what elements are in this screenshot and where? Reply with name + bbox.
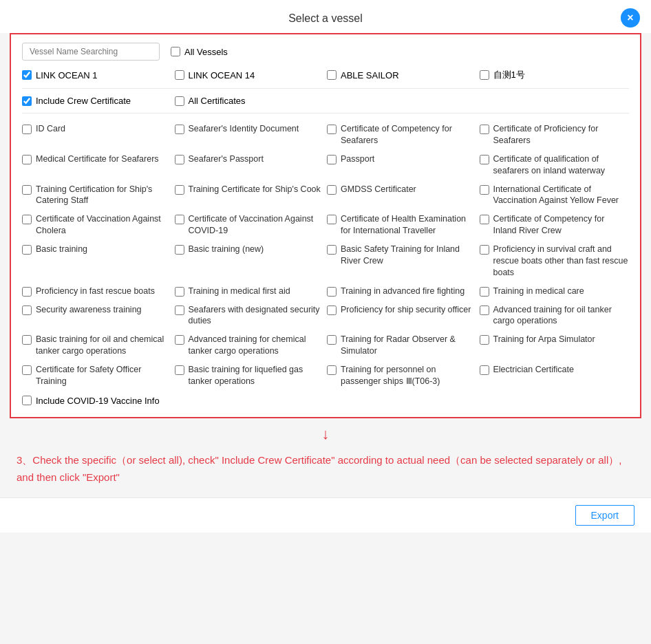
close-button[interactable]: × [621, 8, 640, 28]
cert-label-proficiency-fast-rescue[interactable]: Proficiency in fast rescue boats [36, 286, 155, 297]
cert-label-security-awareness[interactable]: Security awareness training [36, 304, 142, 316]
cert-checkbox-id-card[interactable] [22, 125, 32, 134]
cert-label-proficiency-survival[interactable]: Proficiency in survival craft and rescue… [493, 244, 630, 279]
cert-checkbox-basic-liquefied-gas[interactable] [175, 365, 184, 375]
cert-label-proficiency-ship-security[interactable]: Proficiency for ship security officer [341, 304, 471, 316]
cert-item: Certificate of Competency for Inland Riv… [480, 213, 630, 237]
cert-label-intl-vaccination-yellow[interactable]: International Certificate of Vaccination… [493, 184, 630, 207]
cert-checkbox-cert-vaccination-covid[interactable] [175, 215, 184, 224]
vessel-link-ocean-14-checkbox[interactable] [175, 70, 184, 80]
cert-label-passport[interactable]: Passport [341, 153, 374, 165]
cert-checkbox-training-cook[interactable] [175, 185, 184, 195]
modal-body: All Vessels LINK OCEAN 1 LINK OCEAN 14 A… [10, 33, 641, 418]
cert-label-seafarers-passport[interactable]: Seafarer's Passport [189, 153, 264, 165]
vessel-link-ocean-1-checkbox[interactable] [22, 70, 32, 80]
include-crew-item: Include Crew Certificate [22, 96, 172, 106]
cert-checkbox-gmdss[interactable] [327, 185, 337, 195]
cert-label-cert-proficiency[interactable]: Certificate of Proficiency for Seafarers [493, 123, 630, 147]
cert-checkbox-training-medical-care[interactable] [480, 287, 489, 297]
vessel-zice1-label[interactable]: 自测1号 [493, 69, 525, 81]
cert-checkbox-seafarers-identity[interactable] [175, 125, 184, 134]
cert-checkbox-training-passenger-ships[interactable] [327, 365, 337, 375]
vessel-able-sailor-label[interactable]: ABLE SAILOR [341, 70, 399, 80]
cert-checkbox-intl-vaccination-yellow[interactable] [480, 185, 489, 195]
cert-label-cert-safety-officer[interactable]: Certificate for Safety Officer Training [36, 364, 172, 387]
cert-label-training-medical-first-aid[interactable]: Training in medical first aid [189, 286, 290, 297]
cert-label-id-card[interactable]: ID Card [36, 123, 65, 135]
cert-checkbox-adv-chemical-tanker[interactable] [175, 335, 184, 345]
cert-checkbox-electrician-cert[interactable] [480, 365, 489, 375]
all-certificates-checkbox[interactable] [175, 96, 184, 106]
cert-label-gmdss[interactable]: GMDSS Certificater [341, 184, 416, 195]
cert-label-cert-vaccination-covid[interactable]: Certificate of Vaccination Against COVID… [189, 213, 325, 237]
export-button[interactable]: Export [575, 505, 634, 526]
cert-checkbox-training-catering[interactable] [22, 185, 32, 195]
cert-checkbox-cert-competency-inland[interactable] [480, 215, 489, 224]
cert-label-medical-cert[interactable]: Medical Certificate for Seafarers [36, 153, 159, 165]
cert-checkbox-training-medical-first-aid[interactable] [175, 287, 184, 297]
cert-label-training-adv-fire[interactable]: Training in advanced fire fighting [341, 286, 465, 297]
cert-item: Training in medical care [480, 286, 630, 297]
cert-checkbox-cert-health-exam[interactable] [327, 215, 337, 224]
cert-checkbox-passport[interactable] [327, 155, 337, 164]
all-certificates-label[interactable]: All Certificates [189, 96, 246, 106]
cert-label-cert-competency-inland[interactable]: Certificate of Competency for Inland Riv… [493, 213, 630, 237]
cert-checkbox-cert-proficiency[interactable] [480, 125, 489, 134]
cert-item: Certificate of Vaccination Against Chole… [22, 213, 172, 237]
cert-label-basic-safety-inland[interactable]: Basic Safety Training for Inland River C… [341, 244, 477, 267]
cert-checkbox-proficiency-survival[interactable] [480, 245, 489, 255]
vessel-zice1-checkbox[interactable] [480, 70, 489, 80]
cert-checkbox-basic-oil-chemical[interactable] [22, 335, 32, 345]
search-input[interactable] [22, 43, 160, 61]
cert-label-cert-competency[interactable]: Certificate of Competency for Seafarers [341, 123, 477, 147]
cert-label-cert-health-exam[interactable]: Certificate of Health Examination for In… [341, 213, 477, 237]
covid-vaccine-checkbox[interactable] [22, 396, 32, 405]
cert-label-basic-oil-chemical[interactable]: Basic training for oil and chemical tank… [36, 334, 172, 357]
cert-label-seafarers-identity[interactable]: Seafarer's Identity Document [189, 123, 299, 135]
cert-label-adv-oil-tanker[interactable]: Advanced training for oil tanker cargo o… [493, 304, 630, 328]
cert-label-electrician-cert[interactable]: Electrician Certificate [493, 364, 574, 376]
cert-label-training-radar[interactable]: Training for Radar Observer & Simulator [341, 334, 477, 357]
cert-checkbox-medical-cert[interactable] [22, 155, 32, 164]
include-crew-label[interactable]: Include Crew Certificate [36, 96, 131, 106]
cert-label-seafarers-designated[interactable]: Seafarers with designated security dutie… [189, 304, 325, 328]
vessel-link-ocean-1-label[interactable]: LINK OCEAN 1 [36, 70, 98, 80]
cert-item: Training for Radar Observer & Simulator [327, 334, 477, 357]
covid-vaccine-label[interactable]: Include COVID-19 Vaccine Info [36, 396, 160, 406]
cert-checkbox-adv-oil-tanker[interactable] [480, 305, 489, 315]
cert-item: International Certificate of Vaccination… [480, 184, 630, 207]
cert-label-training-arpa[interactable]: Training for Arpa Simulator [493, 334, 595, 345]
cert-checkbox-cert-vaccination-cholera[interactable] [22, 215, 32, 224]
include-crew-checkbox[interactable] [22, 96, 32, 106]
cert-label-adv-chemical-tanker[interactable]: Advanced training for chemical tanker ca… [189, 334, 325, 357]
cert-label-training-catering[interactable]: Training Certification for Ship's Cateri… [36, 184, 172, 207]
cert-label-cert-qualification[interactable]: Certificate of qualification of seafarer… [493, 153, 630, 177]
cert-checkbox-training-radar[interactable] [327, 335, 337, 345]
vessel-able-sailor-checkbox[interactable] [327, 70, 337, 80]
cert-checkbox-proficiency-fast-rescue[interactable] [22, 287, 32, 297]
cert-checkbox-basic-safety-inland[interactable] [327, 245, 337, 255]
cert-checkbox-training-arpa[interactable] [480, 335, 489, 345]
cert-checkbox-proficiency-ship-security[interactable] [327, 305, 337, 315]
cert-label-basic-training[interactable]: Basic training [36, 244, 87, 255]
cert-checkbox-seafarers-designated[interactable] [175, 305, 184, 315]
all-vessels-checkbox[interactable] [171, 47, 180, 56]
cert-checkbox-cert-safety-officer[interactable] [22, 365, 32, 375]
vessel-link-ocean-14-label[interactable]: LINK OCEAN 14 [189, 70, 255, 80]
cert-checkbox-cert-competency[interactable] [327, 125, 337, 134]
cert-label-training-medical-care[interactable]: Training in medical care [493, 286, 584, 297]
cert-checkbox-security-awareness[interactable] [22, 305, 32, 315]
cert-checkbox-training-adv-fire[interactable] [327, 287, 337, 297]
cert-item: GMDSS Certificater [327, 184, 477, 207]
cert-label-basic-liquefied-gas[interactable]: Basic training for liquefied gas tanker … [189, 364, 325, 387]
cert-item: Training in advanced fire fighting [327, 286, 477, 297]
cert-checkbox-cert-qualification[interactable] [480, 155, 489, 164]
cert-checkbox-seafarers-passport[interactable] [175, 155, 184, 164]
cert-label-cert-vaccination-cholera[interactable]: Certificate of Vaccination Against Chole… [36, 213, 172, 237]
cert-checkbox-basic-training-new[interactable] [175, 245, 184, 255]
all-vessels-label[interactable]: All Vessels [184, 47, 228, 57]
cert-checkbox-basic-training[interactable] [22, 245, 32, 255]
cert-label-basic-training-new[interactable]: Basic training (new) [189, 244, 264, 255]
cert-label-training-passenger-ships[interactable]: Training for personnel on passenger ship… [341, 364, 477, 387]
cert-label-training-cook[interactable]: Training Certificate for Ship's Cook [189, 184, 321, 195]
